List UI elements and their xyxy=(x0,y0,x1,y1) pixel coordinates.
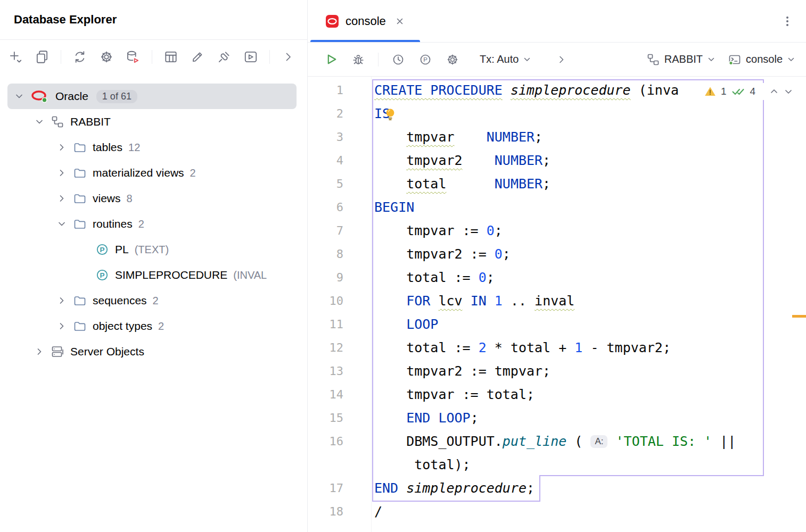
code-line[interactable]: 15 END LOOP; xyxy=(308,406,806,430)
item-count: 2 xyxy=(190,167,196,179)
kebab-menu-icon[interactable] xyxy=(780,14,794,28)
sql-editor[interactable]: 1CREATE PROCEDURE simpleprocedure (inva2… xyxy=(308,77,806,532)
settings-button[interactable] xyxy=(98,49,114,65)
code-line[interactable]: 17END simpleprocedure; xyxy=(308,477,806,500)
inspection-widget[interactable]: 1 4 xyxy=(699,83,799,100)
table-button[interactable] xyxy=(163,49,179,65)
chevron-right-icon[interactable] xyxy=(56,321,67,331)
tree-item-simpleprocedure[interactable]: PSIMPLEPROCEDURE(INVAL xyxy=(0,262,307,288)
line-number: 14 xyxy=(308,383,374,406)
run-icon xyxy=(324,52,339,66)
code-line[interactable]: 16 DBMS_OUTPUT.put_line ( A: 'TOTAL IS: … xyxy=(308,430,806,453)
code-line[interactable]: 2IS xyxy=(308,102,806,126)
close-icon[interactable] xyxy=(394,16,405,27)
code-line[interactable]: 3 tmpvar NUMBER; xyxy=(308,126,806,149)
chevron-right-icon[interactable] xyxy=(34,346,45,357)
chevron-down-icon[interactable] xyxy=(784,87,793,96)
tree-item-views[interactable]: views8 xyxy=(0,186,307,211)
code-line[interactable]: 10 FOR lcv IN 1 .. inval xyxy=(308,289,806,313)
svg-text:P: P xyxy=(100,246,104,254)
bug-icon xyxy=(351,53,365,66)
line-number: 13 xyxy=(308,360,374,383)
folder-icon xyxy=(73,192,87,205)
refresh-button[interactable] xyxy=(72,49,88,65)
tree-item-label: materialized views xyxy=(93,167,184,179)
chevron-down-icon[interactable] xyxy=(34,117,45,127)
count-badge: 1 of 61 xyxy=(96,90,137,103)
edit-button[interactable] xyxy=(190,49,205,65)
code-line[interactable]: 9 total := 0; xyxy=(308,266,806,289)
debug-button[interactable] xyxy=(351,52,366,67)
tree-item-oracle[interactable]: Oracle1 of 61 xyxy=(7,84,297,109)
warning-icon xyxy=(704,86,716,97)
dbms-output-button[interactable]: P xyxy=(418,52,433,67)
line-number: 17 xyxy=(308,477,374,500)
chevron-right-icon[interactable] xyxy=(56,168,67,178)
more-button[interactable] xyxy=(281,49,297,65)
chevron-down-icon xyxy=(523,55,531,64)
tree-item-routines[interactable]: routines2 xyxy=(0,211,307,237)
code-text: END simpleprocedure; xyxy=(374,477,534,500)
oracle-icon xyxy=(325,14,339,28)
scrollbar-warning-stripe[interactable] xyxy=(792,315,806,318)
code-line[interactable]: 13 tmpvar2 := tmpvar; xyxy=(308,360,806,383)
disconnect-icon xyxy=(217,49,232,64)
code-line[interactable]: 7 tmpvar := 0; xyxy=(308,219,806,243)
schema-selector[interactable]: RABBIT xyxy=(646,53,715,66)
tree-item-pl[interactable]: PPL(TEXT) xyxy=(0,237,307,262)
code-line[interactable]: 11 LOOP xyxy=(308,313,806,336)
duplicate-button[interactable] xyxy=(34,49,50,65)
intention-bulb-icon[interactable] xyxy=(383,107,397,123)
code-text: total := 2 * total + 1 - tmpvar2; xyxy=(374,336,671,360)
session-selector[interactable]: console xyxy=(728,53,795,66)
hidden-toolbar-items-chevron-icon[interactable] xyxy=(554,52,569,67)
schema-label: RABBIT xyxy=(664,53,703,65)
add-button[interactable] xyxy=(7,49,23,65)
item-count: 12 xyxy=(128,142,140,154)
add-icon xyxy=(8,49,23,64)
code-line[interactable]: 5 total NUMBER; xyxy=(308,172,806,196)
chevron-right-icon[interactable] xyxy=(56,295,67,306)
code-line[interactable]: 18/ xyxy=(308,500,806,523)
code-line[interactable]: total); xyxy=(308,453,806,477)
data-source-properties-button[interactable] xyxy=(125,49,141,65)
history-button[interactable] xyxy=(391,52,406,67)
settings-button[interactable] xyxy=(445,52,460,67)
line-number: 12 xyxy=(308,336,374,360)
query-console-button[interactable] xyxy=(243,49,259,65)
database-tree: Oracle1 of 61RABBITtables12materialized … xyxy=(0,74,307,532)
chevron-down-icon xyxy=(787,55,795,64)
session-label: console xyxy=(746,53,783,65)
tree-item-object-types[interactable]: object types2 xyxy=(0,313,307,339)
tab-console[interactable]: console xyxy=(310,0,420,42)
more-icon xyxy=(282,50,295,64)
run-button[interactable] xyxy=(324,52,339,67)
tx-mode-label: Tx: Auto xyxy=(480,53,519,65)
toolbar-divider xyxy=(269,50,270,64)
chevron-down-icon[interactable] xyxy=(14,91,24,102)
chevron-right-icon[interactable] xyxy=(56,193,67,204)
code-line[interactable]: 14 tmpvar := total; xyxy=(308,383,806,406)
chevron-up-icon[interactable] xyxy=(769,87,779,96)
tree-item-materialized-views[interactable]: materialized views2 xyxy=(0,160,307,186)
code-line[interactable]: 6BEGIN xyxy=(308,196,806,219)
console-toolbar: P Tx: Auto RABBIT console xyxy=(308,43,806,77)
chevron-right-icon[interactable] xyxy=(56,142,67,153)
folder-icon xyxy=(73,166,87,180)
tree-item-sequences[interactable]: sequences2 xyxy=(0,288,307,313)
code-line[interactable]: 4 tmpvar2 NUMBER; xyxy=(308,149,806,172)
code-line[interactable]: 12 total := 2 * total + 1 - tmpvar2; xyxy=(308,336,806,360)
panel-title: Database Explorer xyxy=(14,13,117,27)
tree-item-rabbit[interactable]: RABBIT xyxy=(0,109,307,135)
chevron-spacer xyxy=(79,270,89,280)
item-count: 2 xyxy=(138,218,144,230)
chevron-down-icon[interactable] xyxy=(56,219,67,229)
disconnect-button[interactable] xyxy=(216,49,232,65)
tx-mode-dropdown[interactable]: Tx: Auto xyxy=(480,53,531,65)
line-number: 6 xyxy=(308,196,374,219)
tree-item-tables[interactable]: tables12 xyxy=(0,135,307,160)
tree-item-server-objects[interactable]: Server Objects xyxy=(0,339,307,364)
chevron-down-icon xyxy=(707,55,715,64)
folder-icon xyxy=(73,217,87,231)
code-line[interactable]: 8 tmpvar2 := 0; xyxy=(308,243,806,266)
